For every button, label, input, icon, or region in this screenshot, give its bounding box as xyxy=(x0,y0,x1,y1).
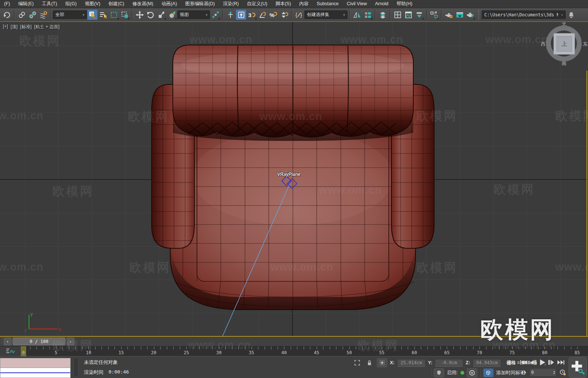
viewcube-north[interactable]: 北 xyxy=(562,21,566,28)
move-button[interactable] xyxy=(134,9,145,20)
next-frame-arrow-button[interactable]: › xyxy=(67,337,74,345)
edit-named-sets-button[interactable]: {} xyxy=(294,9,304,20)
ribbon-toggle-button[interactable] xyxy=(414,9,424,20)
unlink-button[interactable] xyxy=(27,9,38,20)
absolute-mode-button[interactable] xyxy=(377,358,387,367)
mirror-button[interactable] xyxy=(352,9,362,20)
menu-item[interactable]: 工具(T) xyxy=(38,0,61,8)
scene-security-button[interactable] xyxy=(434,368,444,377)
panel-splitter[interactable] xyxy=(75,359,77,376)
redo-button[interactable] xyxy=(1,9,12,20)
menu-item[interactable]: 脚本(S) xyxy=(271,0,295,8)
svg-text:{: { xyxy=(295,12,297,18)
render-frame-button[interactable] xyxy=(454,9,465,20)
key-mode-toggle-button[interactable] xyxy=(519,368,528,377)
viewcube-west[interactable]: 西 xyxy=(541,41,546,48)
snap-pivot-button[interactable] xyxy=(225,9,236,20)
render-setup-button[interactable] xyxy=(443,9,454,20)
menu-item[interactable]: 渲染(R) xyxy=(219,0,243,8)
menu-item[interactable]: 视图(V) xyxy=(81,0,104,8)
toolbar-grip[interactable] xyxy=(478,10,480,20)
sofa-model[interactable] xyxy=(152,45,434,310)
previous-frame-button[interactable] xyxy=(528,358,537,366)
y-coordinate-field[interactable]: -0.0cm xyxy=(435,359,463,367)
render-button[interactable] xyxy=(465,9,476,20)
next-frame-button[interactable] xyxy=(547,358,556,366)
snap-toggle-button[interactable] xyxy=(236,9,246,20)
ruler-tick xyxy=(245,346,245,349)
play-button[interactable] xyxy=(537,358,547,366)
viewport-label-segment[interactable]: [标准] xyxy=(20,24,32,30)
menu-item[interactable]: 组(G) xyxy=(61,0,81,8)
listener-macro-pane[interactable] xyxy=(0,358,71,368)
go-to-start-button[interactable] xyxy=(519,358,528,366)
timeline-ruler[interactable]: 0510152025303540455055606570758085 xyxy=(0,346,588,356)
region-select-button[interactable] xyxy=(109,9,119,20)
selection-filter-combo[interactable]: 全部 ▾ xyxy=(53,10,87,19)
curve-editor-button[interactable] xyxy=(403,9,414,20)
frame-spinner[interactable]: ▲▼ xyxy=(553,370,555,375)
menu-item[interactable]: 帮助(H) xyxy=(392,0,416,8)
isolate-selection-button[interactable] xyxy=(352,359,362,367)
snap-3d-button[interactable]: 3 xyxy=(246,9,257,20)
timeline-grip[interactable] xyxy=(1,337,3,345)
select-by-name-button[interactable] xyxy=(98,9,109,20)
pivot-flyout-button[interactable] xyxy=(167,9,177,20)
viewport-label-segment[interactable]: [+] xyxy=(3,24,8,30)
menu-item[interactable]: 内容 xyxy=(295,0,313,8)
reference-coordinate-combo[interactable]: 视图 ▾ xyxy=(177,10,210,19)
menu-item[interactable]: Substance xyxy=(313,0,343,8)
viewcube-east[interactable]: 东 xyxy=(583,41,588,48)
align-button[interactable] xyxy=(362,9,373,20)
scale-button[interactable] xyxy=(156,9,167,20)
menu-item[interactable]: 编辑(E) xyxy=(14,0,38,8)
maxscript-mini-listener[interactable] xyxy=(0,358,71,378)
window-crossing-button[interactable] xyxy=(119,9,130,20)
menu-item[interactable]: Civil View xyxy=(343,0,371,8)
current-frame-field[interactable]: 0 ▲▼ xyxy=(530,368,556,377)
time-slider-handle[interactable]: 0 / 100 xyxy=(13,337,65,345)
menu-item[interactable]: 图形编辑器(D) xyxy=(181,0,219,8)
rotate-button[interactable] xyxy=(145,9,156,20)
viewport-label-segment[interactable]: [粘土 + 边面] xyxy=(34,24,59,30)
viewcube[interactable]: 上 北 南 西 东 xyxy=(543,23,584,64)
project-path-combo[interactable]: C:\Users\Han\Documents\3ds Max 2022 ▾ xyxy=(482,10,566,19)
viewcube-face-top[interactable]: 上 xyxy=(553,33,575,55)
listener-script-pane[interactable] xyxy=(0,368,71,378)
notification-button[interactable] xyxy=(566,9,576,20)
viewcube-south[interactable]: 南 xyxy=(562,60,566,67)
spinner-snap-button[interactable] xyxy=(279,9,290,20)
time-tag-cube-button[interactable] xyxy=(483,368,494,377)
add-key-button[interactable] xyxy=(569,357,587,378)
menu-item[interactable]: 自定义(U) xyxy=(243,0,271,8)
layer-explorer-button[interactable] xyxy=(377,9,388,20)
viewport-top[interactable]: y x z [+][顶][标准][粘土 + 边面] VRayPlane 上 北 … xyxy=(0,21,588,337)
select-button[interactable] xyxy=(87,9,98,20)
material-editor-button[interactable] xyxy=(429,9,439,20)
selection-lock-button[interactable] xyxy=(365,359,374,367)
mini-curve-editor-button[interactable] xyxy=(0,346,21,356)
previous-frame-arrow-button[interactable]: ‹ xyxy=(4,337,12,345)
track-bar[interactable]: 0510152025303540455055606570758085 xyxy=(0,346,588,356)
scene-explorer-button[interactable] xyxy=(392,9,403,20)
menu-item[interactable]: 动画(A) xyxy=(157,0,181,8)
alert-count-button[interactable]: 0 xyxy=(467,368,477,377)
go-to-end-button[interactable] xyxy=(556,358,565,366)
menu-item[interactable]: 创建(C) xyxy=(104,0,128,8)
menu-item[interactable]: 修改器(M) xyxy=(128,0,157,8)
z-coordinate-field[interactable]: 94.943cm xyxy=(473,359,501,367)
angle-snap-button[interactable] xyxy=(257,9,268,20)
menu-item[interactable]: Arnold xyxy=(371,0,392,8)
separator xyxy=(426,10,427,19)
menu-item[interactable]: (F) xyxy=(0,0,14,8)
x-coordinate-field[interactable]: 25.014cm xyxy=(397,359,426,367)
time-configuration-button[interactable] xyxy=(558,368,567,377)
svg-text:0: 0 xyxy=(471,371,473,375)
use-pivot-center-button[interactable] xyxy=(210,9,221,20)
ruler-tick xyxy=(369,346,369,349)
viewport-label-segment[interactable]: [顶] xyxy=(11,24,18,30)
select-link-button[interactable] xyxy=(16,9,27,20)
bind-spacewarp-button[interactable] xyxy=(38,9,49,20)
percent-snap-button[interactable]: % xyxy=(268,9,279,20)
named-selection-sets-combo[interactable]: 创建选择集 ▾ xyxy=(304,10,348,19)
